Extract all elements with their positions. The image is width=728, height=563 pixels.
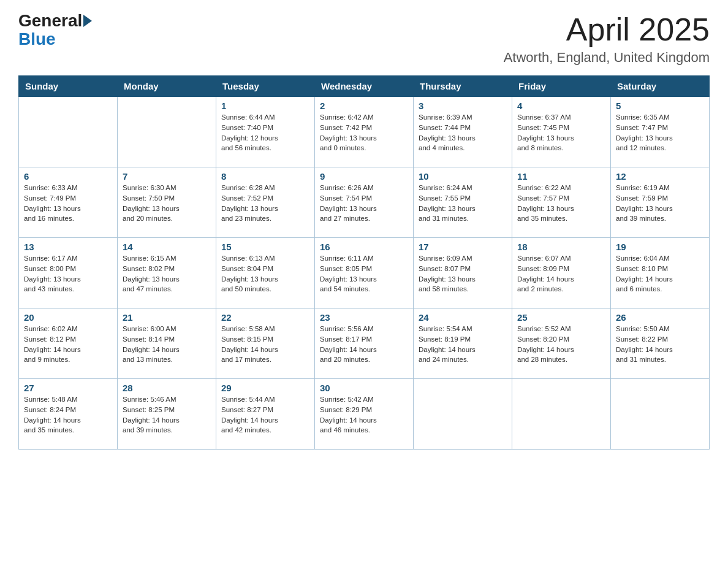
day-number: 23 <box>320 312 408 323</box>
logo-arrow-icon <box>83 15 92 27</box>
day-number: 15 <box>221 242 309 252</box>
day-info: Sunrise: 6:44 AM Sunset: 7:40 PM Dayligh… <box>221 112 309 153</box>
day-number: 25 <box>517 312 605 323</box>
day-number: 11 <box>517 171 605 182</box>
calendar-cell <box>118 97 216 167</box>
day-info: Sunrise: 6:39 AM Sunset: 7:44 PM Dayligh… <box>419 112 507 153</box>
logo-blue-text: Blue <box>18 29 56 49</box>
title-section: April 2025 Atworth, England, United King… <box>504 12 710 66</box>
day-info: Sunrise: 6:33 AM Sunset: 7:49 PM Dayligh… <box>24 183 112 224</box>
calendar-cell: 4Sunrise: 6:37 AM Sunset: 7:45 PM Daylig… <box>512 97 611 167</box>
day-number: 18 <box>517 242 605 252</box>
calendar-cell: 6Sunrise: 6:33 AM Sunset: 7:49 PM Daylig… <box>19 167 118 238</box>
calendar-cell: 21Sunrise: 6:00 AM Sunset: 8:14 PM Dayli… <box>118 308 216 379</box>
day-number: 30 <box>320 383 408 393</box>
day-number: 29 <box>221 383 309 393</box>
day-info: Sunrise: 5:58 AM Sunset: 8:15 PM Dayligh… <box>221 324 309 365</box>
calendar-cell: 24Sunrise: 5:54 AM Sunset: 8:19 PM Dayli… <box>414 308 512 379</box>
calendar-cell <box>414 379 512 450</box>
day-info: Sunrise: 5:54 AM Sunset: 8:19 PM Dayligh… <box>419 324 507 365</box>
calendar-cell: 19Sunrise: 6:04 AM Sunset: 8:10 PM Dayli… <box>611 238 710 308</box>
day-info: Sunrise: 5:56 AM Sunset: 8:17 PM Dayligh… <box>320 324 408 365</box>
calendar-cell: 15Sunrise: 6:13 AM Sunset: 8:04 PM Dayli… <box>216 238 315 308</box>
day-info: Sunrise: 5:42 AM Sunset: 8:29 PM Dayligh… <box>320 394 408 435</box>
calendar-cell: 18Sunrise: 6:07 AM Sunset: 8:09 PM Dayli… <box>512 238 611 308</box>
day-info: Sunrise: 6:26 AM Sunset: 7:54 PM Dayligh… <box>320 183 408 224</box>
calendar-cell: 3Sunrise: 6:39 AM Sunset: 7:44 PM Daylig… <box>414 97 512 167</box>
calendar-cell: 16Sunrise: 6:11 AM Sunset: 8:05 PM Dayli… <box>315 238 414 308</box>
calendar-cell: 23Sunrise: 5:56 AM Sunset: 8:17 PM Dayli… <box>315 308 414 379</box>
calendar-cell: 27Sunrise: 5:48 AM Sunset: 8:24 PM Dayli… <box>19 379 118 450</box>
day-number: 13 <box>24 242 112 252</box>
day-number: 21 <box>123 312 211 323</box>
day-info: Sunrise: 6:24 AM Sunset: 7:55 PM Dayligh… <box>419 183 507 224</box>
day-info: Sunrise: 6:42 AM Sunset: 7:42 PM Dayligh… <box>320 112 408 153</box>
day-number: 8 <box>221 171 309 182</box>
day-info: Sunrise: 6:04 AM Sunset: 8:10 PM Dayligh… <box>616 253 704 294</box>
day-number: 19 <box>616 242 704 252</box>
day-info: Sunrise: 6:22 AM Sunset: 7:57 PM Dayligh… <box>517 183 605 224</box>
header-thursday: Thursday <box>414 76 512 97</box>
day-number: 20 <box>24 312 112 323</box>
location: Atworth, England, United Kingdom <box>504 50 710 66</box>
calendar-cell: 10Sunrise: 6:24 AM Sunset: 7:55 PM Dayli… <box>414 167 512 238</box>
day-number: 12 <box>616 171 704 182</box>
day-info: Sunrise: 5:46 AM Sunset: 8:25 PM Dayligh… <box>123 394 211 435</box>
day-number: 16 <box>320 242 408 252</box>
week-row-3: 13Sunrise: 6:17 AM Sunset: 8:00 PM Dayli… <box>19 238 710 308</box>
day-info: Sunrise: 6:13 AM Sunset: 8:04 PM Dayligh… <box>221 253 309 294</box>
month-title: April 2025 <box>504 12 710 47</box>
calendar-cell: 28Sunrise: 5:46 AM Sunset: 8:25 PM Dayli… <box>118 379 216 450</box>
week-row-4: 20Sunrise: 6:02 AM Sunset: 8:12 PM Dayli… <box>19 308 710 379</box>
calendar-cell: 5Sunrise: 6:35 AM Sunset: 7:47 PM Daylig… <box>611 97 710 167</box>
day-info: Sunrise: 6:28 AM Sunset: 7:52 PM Dayligh… <box>221 183 309 224</box>
day-number: 4 <box>517 101 605 111</box>
day-info: Sunrise: 6:35 AM Sunset: 7:47 PM Dayligh… <box>616 112 704 153</box>
calendar-cell: 1Sunrise: 6:44 AM Sunset: 7:40 PM Daylig… <box>216 97 315 167</box>
header-tuesday: Tuesday <box>216 76 315 97</box>
day-number: 28 <box>123 383 211 393</box>
day-number: 14 <box>123 242 211 252</box>
calendar-cell: 30Sunrise: 5:42 AM Sunset: 8:29 PM Dayli… <box>315 379 414 450</box>
logo-general-text: General <box>18 12 82 29</box>
day-info: Sunrise: 6:07 AM Sunset: 8:09 PM Dayligh… <box>517 253 605 294</box>
day-number: 24 <box>419 312 507 323</box>
day-info: Sunrise: 5:52 AM Sunset: 8:20 PM Dayligh… <box>517 324 605 365</box>
day-number: 7 <box>123 171 211 182</box>
calendar-cell: 12Sunrise: 6:19 AM Sunset: 7:59 PM Dayli… <box>611 167 710 238</box>
day-number: 26 <box>616 312 704 323</box>
day-info: Sunrise: 6:30 AM Sunset: 7:50 PM Dayligh… <box>123 183 211 224</box>
day-info: Sunrise: 6:02 AM Sunset: 8:12 PM Dayligh… <box>24 324 112 365</box>
day-info: Sunrise: 5:44 AM Sunset: 8:27 PM Dayligh… <box>221 394 309 435</box>
day-info: Sunrise: 6:09 AM Sunset: 8:07 PM Dayligh… <box>419 253 507 294</box>
calendar-cell: 20Sunrise: 6:02 AM Sunset: 8:12 PM Dayli… <box>19 308 118 379</box>
day-info: Sunrise: 6:37 AM Sunset: 7:45 PM Dayligh… <box>517 112 605 153</box>
day-info: Sunrise: 6:11 AM Sunset: 8:05 PM Dayligh… <box>320 253 408 294</box>
calendar-cell <box>512 379 611 450</box>
header-sunday: Sunday <box>19 76 118 97</box>
week-row-2: 6Sunrise: 6:33 AM Sunset: 7:49 PM Daylig… <box>19 167 710 238</box>
week-row-1: 1Sunrise: 6:44 AM Sunset: 7:40 PM Daylig… <box>19 97 710 167</box>
calendar-cell: 29Sunrise: 5:44 AM Sunset: 8:27 PM Dayli… <box>216 379 315 450</box>
day-number: 2 <box>320 101 408 111</box>
calendar-cell: 8Sunrise: 6:28 AM Sunset: 7:52 PM Daylig… <box>216 167 315 238</box>
day-number: 5 <box>616 101 704 111</box>
page-header: General Blue April 2025 Atworth, England… <box>18 12 710 66</box>
day-info: Sunrise: 6:00 AM Sunset: 8:14 PM Dayligh… <box>123 324 211 365</box>
logo: General Blue <box>18 12 92 49</box>
calendar-cell: 17Sunrise: 6:09 AM Sunset: 8:07 PM Dayli… <box>414 238 512 308</box>
calendar-cell: 26Sunrise: 5:50 AM Sunset: 8:22 PM Dayli… <box>611 308 710 379</box>
calendar-cell: 7Sunrise: 6:30 AM Sunset: 7:50 PM Daylig… <box>118 167 216 238</box>
day-number: 27 <box>24 383 112 393</box>
day-number: 10 <box>419 171 507 182</box>
day-number: 3 <box>419 101 507 111</box>
header-row: SundayMondayTuesdayWednesdayThursdayFrid… <box>19 76 710 97</box>
day-info: Sunrise: 6:19 AM Sunset: 7:59 PM Dayligh… <box>616 183 704 224</box>
day-number: 9 <box>320 171 408 182</box>
calendar-cell: 13Sunrise: 6:17 AM Sunset: 8:00 PM Dayli… <box>19 238 118 308</box>
calendar-cell <box>19 97 118 167</box>
day-info: Sunrise: 6:17 AM Sunset: 8:00 PM Dayligh… <box>24 253 112 294</box>
header-saturday: Saturday <box>611 76 710 97</box>
day-number: 1 <box>221 101 309 111</box>
day-number: 17 <box>419 242 507 252</box>
